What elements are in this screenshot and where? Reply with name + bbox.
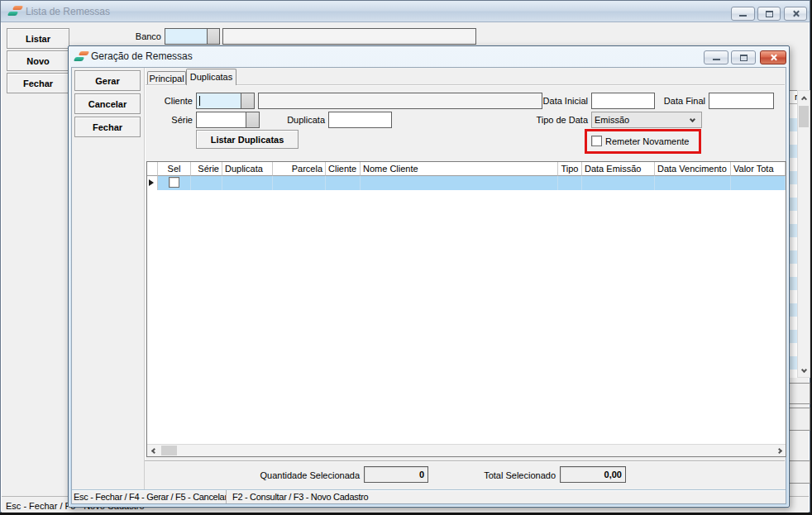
main-title-bar[interactable]: Lista de Remessas: [1, 1, 810, 22]
scrollbar-thumb[interactable]: [799, 106, 809, 127]
dialog-status-bar: Esc - Fechar / F4 - Gerar / F5 - Cancela…: [72, 489, 786, 503]
serie-label: Série: [122, 112, 193, 128]
minimize-icon: [739, 15, 747, 17]
row-indicator-icon: [149, 179, 154, 186]
row-indicator: [147, 176, 158, 190]
chevron-down-icon: [690, 117, 695, 122]
grid-header-parcela[interactable]: Parcela: [273, 162, 326, 176]
main-vertical-scrollbar[interactable]: [797, 90, 810, 378]
maximize-icon: [740, 55, 748, 61]
minimize-icon: [713, 59, 720, 60]
dialog-close-button[interactable]: [760, 50, 786, 64]
totals-panel: Quantidade Selecionada 0 Total Seleciona…: [145, 460, 785, 491]
banco-name-field: [222, 28, 476, 45]
tab-divider: [146, 84, 785, 85]
serie-lookup-button[interactable]: [246, 112, 260, 128]
close-icon: [792, 10, 800, 17]
cliente-name-field: [258, 93, 542, 109]
minimize-button[interactable]: [731, 7, 755, 21]
banco-code-input[interactable]: [165, 28, 208, 45]
grid-header-cliente[interactable]: Cliente: [326, 162, 361, 176]
scrollbar-thumb[interactable]: [161, 446, 177, 455]
data-final-label: Data Final: [642, 93, 705, 109]
grid-header-tipo[interactable]: Tipo: [558, 162, 582, 176]
grid-selected-row[interactable]: [147, 176, 786, 190]
grid-header-row: Sel Série Duplicata Parcela Cliente Nome…: [147, 162, 786, 176]
grid-cell[interactable]: [582, 176, 655, 190]
quantidade-selecionada-label: Quantidade Selecionada: [244, 467, 360, 484]
grid-header-valor-total[interactable]: Valor Tota: [731, 162, 786, 176]
grid-cell[interactable]: [361, 176, 558, 190]
grid-cell[interactable]: [273, 176, 326, 190]
main-window-title: Lista de Remessas: [26, 6, 110, 17]
scroll-right-icon[interactable]: [773, 445, 785, 457]
grid-cell[interactable]: [558, 176, 582, 190]
tab-principal[interactable]: Principal: [147, 71, 186, 85]
dialog-window: Geração de Remessas Gerar Cancelar Fecha…: [68, 45, 790, 508]
remeter-novamente-label: Remeter Novamente: [605, 136, 690, 146]
grid-header-nome-cliente[interactable]: Nome Cliente: [361, 162, 558, 176]
serie-input[interactable]: [196, 112, 246, 128]
novo-button[interactable]: Novo: [7, 50, 69, 71]
cliente-lookup-button[interactable]: [241, 93, 255, 109]
duplicata-label: Duplicata: [266, 112, 325, 128]
remeter-novamente-checkbox[interactable]: [591, 136, 602, 146]
tab-duplicatas[interactable]: Duplicatas: [186, 69, 236, 85]
duplicata-input[interactable]: [328, 112, 392, 128]
close-icon: [770, 54, 777, 61]
grid-header-data-vencimento[interactable]: Data Vencimento: [655, 162, 731, 176]
banco-label: Banco: [100, 28, 161, 45]
screen: Lista de Remessas Listar Novo Fechar Ban…: [0, 0, 812, 515]
dialog-title: Geração de Remessas: [91, 50, 193, 62]
data-final-input[interactable]: [709, 93, 774, 109]
dialog-maximize-button[interactable]: [731, 50, 756, 64]
duplicatas-grid: Sel Série Duplicata Parcela Cliente Nome…: [146, 161, 786, 457]
maximize-icon: [766, 11, 773, 17]
dialog-status-left: Esc - Fechar / F4 - Gerar / F5 - Cancela…: [72, 490, 227, 503]
grid-cell[interactable]: [655, 176, 731, 190]
data-inicial-label: Data Inicial: [518, 93, 588, 109]
grid-horizontal-scrollbar[interactable]: [147, 444, 786, 456]
dialog-sidebar: Gerar Cancelar Fechar: [72, 68, 145, 503]
fechar-button[interactable]: Fechar: [7, 73, 69, 93]
dialog-minimize-button[interactable]: [704, 50, 728, 64]
cliente-code-input[interactable]: [196, 93, 241, 109]
grid-cell-sel[interactable]: [158, 176, 191, 190]
grid-cell[interactable]: [731, 176, 786, 190]
dialog-status-right: F2 - Consultar / F3 - Novo Cadastro: [227, 490, 786, 503]
tipo-de-data-value: Emissão: [595, 115, 629, 125]
scroll-up-icon[interactable]: [798, 92, 810, 104]
banco-lookup-button[interactable]: [208, 28, 220, 45]
total-selecionado-label: Total Selecionado: [471, 467, 556, 484]
grid-header-data-emissao[interactable]: Data Emissão: [582, 162, 655, 176]
grid-header-serie[interactable]: Série: [191, 162, 222, 176]
app-icon: [74, 50, 88, 63]
tipo-de-data-select[interactable]: Emissão: [591, 112, 702, 128]
gerar-button[interactable]: Gerar: [74, 70, 141, 91]
text-caret: [199, 96, 200, 106]
grid-cell[interactable]: [191, 176, 222, 190]
row-select-checkbox[interactable]: [169, 177, 179, 188]
maximize-button[interactable]: [757, 7, 781, 21]
grid-cell[interactable]: [326, 176, 361, 190]
close-button[interactable]: [784, 7, 807, 21]
listar-button[interactable]: Listar: [7, 28, 69, 49]
scroll-down-icon[interactable]: [798, 364, 810, 376]
grid-header-duplicata[interactable]: Duplicata: [222, 162, 273, 176]
grid-cell[interactable]: [222, 176, 273, 190]
app-icon: [8, 5, 22, 17]
listar-duplicatas-button[interactable]: Listar Duplicatas: [196, 130, 299, 149]
background-panel-fragment: [786, 460, 810, 484]
grid-header-indicator: [147, 162, 158, 176]
dialog-client-area: Gerar Cancelar Fechar Principal Duplicat…: [71, 67, 786, 504]
scroll-left-icon[interactable]: [148, 445, 160, 457]
tipo-de-data-label: Tipo de Data: [518, 112, 588, 128]
grid-header-sel[interactable]: Sel: [158, 162, 191, 176]
cliente-label: Cliente: [122, 93, 193, 109]
quantidade-selecionada-value: 0: [364, 466, 428, 483]
total-selecionado-value: 0,00: [560, 466, 626, 483]
